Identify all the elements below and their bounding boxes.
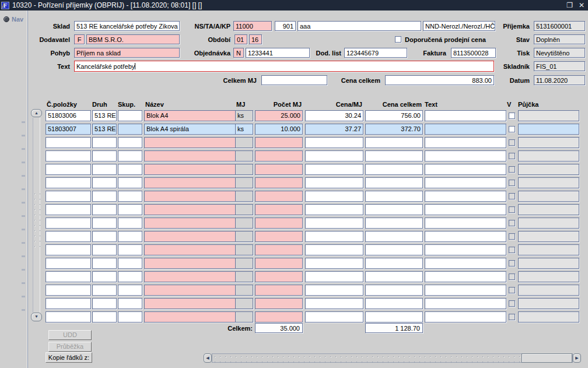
pohyb-field[interactable]: Příjem na sklad (74, 48, 180, 58)
cell-nazev-row-11[interactable] (144, 258, 245, 269)
row-15-v-checkbox[interactable] (509, 314, 515, 320)
cell-c-polozky-row-9[interactable] (46, 231, 91, 242)
cell-skup-row-6[interactable] (118, 191, 142, 202)
cell-cena-mj-row-6[interactable] (305, 191, 363, 202)
cell-druh-row-1[interactable]: 513 RE k (92, 124, 117, 135)
cell-text-row-10[interactable] (425, 244, 506, 255)
cell-nazev-row-12[interactable] (144, 271, 245, 282)
cell-cena-mj-row-12[interactable] (305, 271, 363, 282)
dod-list-field[interactable]: 123445679 (344, 48, 407, 58)
cell-cena-mj-row-11[interactable] (305, 258, 363, 269)
cell-cena-mj-row-9[interactable] (305, 231, 363, 242)
row-4-v-checkbox[interactable] (509, 166, 515, 173)
restore-icon[interactable]: ❐ (566, 2, 573, 9)
cell-cena-mj-row-10[interactable] (305, 244, 363, 255)
cell-cena-mj-row-0[interactable]: 30.24 (305, 110, 363, 121)
cell-nazev-row-2[interactable] (144, 137, 245, 148)
cell-pocet-mj-row-9[interactable] (255, 231, 303, 242)
cell-druh-row-9[interactable] (92, 231, 117, 242)
grid-hscrollbar-thumb[interactable] (522, 353, 572, 363)
scroll-down-icon[interactable]: ▼ (31, 313, 42, 321)
cell-druh-row-11[interactable] (92, 258, 117, 269)
cell-c-polozky-row-14[interactable] (46, 298, 91, 309)
cell-text-row-15[interactable] (425, 311, 506, 323)
cell-text-row-3[interactable] (425, 150, 506, 162)
cell-text-row-9[interactable] (425, 231, 506, 242)
ns-field-4[interactable]: NND-Nerozl./Nerozl./HČ-D (423, 21, 495, 31)
cell-cena-celkem-row-2[interactable] (365, 137, 423, 148)
cell-cena-mj-row-4[interactable] (305, 164, 363, 175)
cell-nazev-row-10[interactable] (144, 244, 245, 255)
kopie-radku-button[interactable]: Kopie řádků z: (46, 352, 92, 363)
cell-cena-celkem-row-4[interactable] (365, 164, 423, 175)
cell-cena-celkem-row-14[interactable] (365, 298, 423, 309)
cell-cena-celkem-row-0[interactable]: 756.00 (365, 110, 423, 121)
cell-skup-row-2[interactable] (118, 137, 142, 148)
cell-cena-celkem-row-13[interactable] (365, 285, 423, 296)
cell-skup-row-1[interactable] (118, 124, 142, 135)
cell-nazev-row-3[interactable] (144, 150, 245, 162)
row-9-v-checkbox[interactable] (509, 233, 515, 240)
cell-cena-celkem-row-3[interactable] (365, 150, 423, 162)
cell-text-row-0[interactable] (425, 110, 506, 121)
objednavka-field[interactable]: 1233441 (246, 48, 310, 58)
cell-c-polozky-row-3[interactable] (46, 150, 91, 162)
cell-text-row-14[interactable] (425, 298, 506, 309)
cell-cena-mj-row-5[interactable] (305, 177, 363, 188)
cell-nazev-row-1[interactable]: Blok A4 spirála (144, 124, 245, 135)
cell-cena-mj-row-2[interactable] (305, 137, 363, 148)
cell-skup-row-9[interactable] (118, 231, 142, 242)
row-8-v-checkbox[interactable] (509, 220, 515, 226)
cell-cena-celkem-row-7[interactable] (365, 204, 423, 215)
faktura-field[interactable]: 8113500028 (451, 48, 496, 58)
cell-cena-mj-row-7[interactable] (305, 204, 363, 215)
cell-pocet-mj-row-14[interactable] (255, 298, 303, 309)
cell-c-polozky-row-10[interactable] (46, 244, 91, 255)
cell-skup-row-3[interactable] (118, 150, 142, 162)
cell-nazev-row-15[interactable] (144, 311, 245, 323)
cell-druh-row-8[interactable] (92, 218, 117, 229)
cell-cena-celkem-row-5[interactable] (365, 177, 423, 188)
cell-druh-row-15[interactable] (92, 311, 117, 323)
row-13-v-checkbox[interactable] (509, 287, 515, 293)
cell-pocet-mj-row-2[interactable] (255, 137, 303, 148)
cell-c-polozky-row-11[interactable] (46, 258, 91, 269)
row-3-v-checkbox[interactable] (509, 153, 515, 159)
cell-cena-celkem-row-9[interactable] (365, 231, 423, 242)
cell-skup-row-7[interactable] (118, 204, 142, 215)
dodavatel-flag-field[interactable]: F (74, 34, 85, 44)
cell-c-polozky-row-5[interactable] (46, 177, 91, 188)
cell-cena-celkem-row-15[interactable] (365, 311, 423, 323)
row-11-v-checkbox[interactable] (509, 260, 515, 267)
cell-c-polozky-row-0[interactable]: 51803006 (46, 110, 91, 121)
cell-pocet-mj-row-5[interactable] (255, 177, 303, 188)
cell-druh-row-14[interactable] (92, 298, 117, 309)
doporucena-checkbox[interactable] (395, 36, 401, 43)
cell-text-row-13[interactable] (425, 285, 506, 296)
cell-nazev-row-8[interactable] (144, 218, 245, 229)
cell-text-row-4[interactable] (425, 164, 506, 175)
row-0-v-checkbox[interactable] (509, 113, 515, 119)
cell-c-polozky-row-4[interactable] (46, 164, 91, 175)
cell-druh-row-7[interactable] (92, 204, 117, 215)
cell-text-row-11[interactable] (425, 258, 506, 269)
row-12-v-checkbox[interactable] (509, 274, 515, 280)
row-6-v-checkbox[interactable] (509, 193, 515, 199)
scroll-left-icon[interactable]: ◀ (204, 353, 212, 363)
cell-pocet-mj-row-12[interactable] (255, 271, 303, 282)
cell-skup-row-13[interactable] (118, 285, 142, 296)
cell-text-row-2[interactable] (425, 137, 506, 148)
close-icon[interactable]: ✕ (579, 2, 584, 9)
ns-field-1[interactable]: 11000 (233, 21, 272, 31)
nav-label[interactable]: Nav (12, 16, 23, 23)
ns-field-2[interactable]: 901 (275, 21, 296, 31)
cell-cena-mj-row-15[interactable] (305, 311, 363, 323)
cell-pocet-mj-row-8[interactable] (255, 218, 303, 229)
cell-c-polozky-row-12[interactable] (46, 271, 91, 282)
cell-c-polozky-row-7[interactable] (46, 204, 91, 215)
row-14-v-checkbox[interactable] (509, 300, 515, 307)
cell-pocet-mj-row-7[interactable] (255, 204, 303, 215)
cell-text-row-8[interactable] (425, 218, 506, 229)
row-2-v-checkbox[interactable] (509, 139, 515, 146)
scroll-right-icon[interactable]: ▶ (573, 353, 581, 363)
